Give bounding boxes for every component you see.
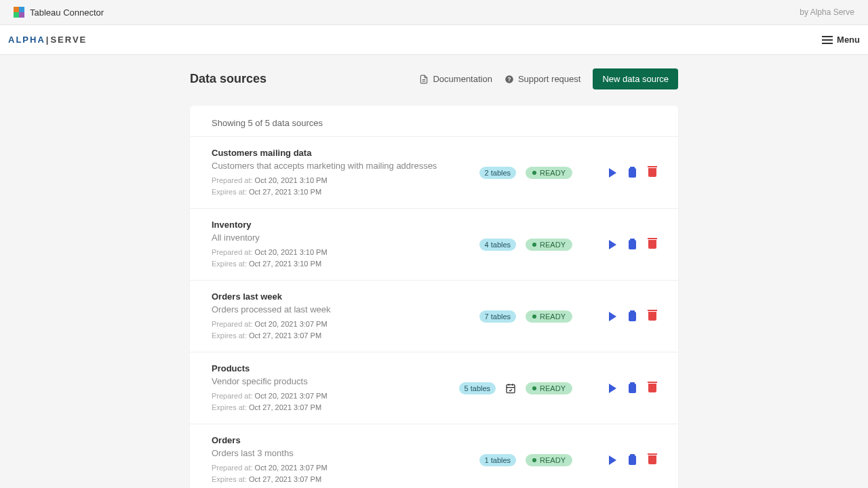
prepared-label: Prepared at:	[212, 392, 255, 400]
container: Data sources Documentation ? Support req…	[190, 55, 678, 488]
tables-badge: 7 tables	[479, 310, 517, 323]
item-description: Vendor specific products	[212, 376, 459, 386]
status-badge: READY	[526, 382, 572, 394]
item-info: OrdersOrders last 3 monthsPrepared at: O…	[212, 435, 479, 485]
prepared-value: Oct 20, 2021 3:07 PM	[255, 392, 328, 400]
item-info: ProductsVendor specific productsPrepared…	[212, 363, 459, 413]
item-meta: Prepared at: Oct 20, 2021 3:10 PMExpires…	[212, 175, 479, 197]
action-icons	[609, 168, 656, 178]
page-header: Data sources Documentation ? Support req…	[190, 68, 678, 89]
top-left: Tableau Connector	[14, 7, 104, 18]
item-right: 5 tablesREADY	[459, 382, 656, 394]
expires-value: Oct 27, 2021 3:07 PM	[249, 403, 321, 411]
copy-icon[interactable]	[629, 168, 636, 178]
expires-label: Expires at:	[212, 331, 249, 340]
status-badge: READY	[526, 239, 572, 251]
action-icons	[609, 240, 656, 249]
action-icons	[609, 312, 656, 321]
support-link[interactable]: ? Support request	[505, 74, 581, 84]
top-bar: Tableau Connector by Alpha Serve	[0, 0, 868, 25]
item-title: Customers mailing data	[212, 148, 479, 158]
expires-label: Expires at:	[212, 475, 249, 483]
run-icon[interactable]	[609, 240, 616, 249]
delete-icon[interactable]	[648, 240, 656, 249]
action-icons	[609, 384, 656, 393]
logo-serve: SERVE	[50, 35, 87, 45]
copy-icon[interactable]	[629, 455, 636, 465]
delete-icon[interactable]	[648, 168, 656, 177]
list-item: Orders last weekOrders processed at last…	[190, 281, 678, 352]
expires-label: Expires at:	[212, 188, 249, 196]
schedule-icon	[505, 383, 516, 394]
item-description: Customers that accepts marketing with ma…	[212, 161, 479, 171]
list-item: ProductsVendor specific productsPrepared…	[190, 352, 678, 424]
delete-icon[interactable]	[648, 384, 656, 392]
svg-rect-4	[507, 384, 515, 392]
documentation-link[interactable]: Documentation	[419, 74, 492, 84]
prepared-label: Prepared at:	[212, 176, 255, 184]
item-info: Customers mailing dataCustomers that acc…	[212, 148, 479, 197]
delete-icon[interactable]	[648, 455, 656, 464]
document-icon	[419, 75, 429, 84]
run-icon[interactable]	[609, 384, 616, 393]
action-icons	[609, 455, 656, 465]
help-icon: ?	[505, 75, 514, 84]
page-title: Data sources	[190, 72, 267, 86]
prepared-label: Prepared at:	[212, 248, 255, 256]
item-title: Orders	[212, 435, 479, 445]
item-right: 7 tablesREADY	[479, 310, 656, 323]
tables-badge: 1 tables	[479, 454, 517, 466]
status-badge: READY	[526, 310, 572, 323]
nav-bar: ALPHA | SERVE Menu	[0, 25, 868, 55]
logo-separator: |	[46, 35, 50, 45]
app-icon	[14, 7, 24, 18]
item-meta: Prepared at: Oct 20, 2021 3:07 PMExpires…	[212, 390, 459, 413]
run-icon[interactable]	[609, 312, 616, 321]
copy-icon[interactable]	[629, 240, 636, 249]
item-title: Products	[212, 363, 459, 373]
support-label: Support request	[518, 74, 581, 84]
prepared-value: Oct 20, 2021 3:10 PM	[255, 248, 328, 256]
expires-value: Oct 27, 2021 3:10 PM	[249, 188, 321, 196]
prepared-value: Oct 20, 2021 3:07 PM	[255, 464, 328, 472]
run-icon[interactable]	[609, 168, 616, 178]
delete-icon[interactable]	[648, 312, 656, 321]
item-title: Orders last week	[212, 291, 479, 302]
prepared-label: Prepared at:	[212, 464, 255, 472]
item-info: InventoryAll inventoryPrepared at: Oct 2…	[212, 220, 479, 269]
svg-text:?: ?	[507, 76, 511, 82]
menu-label: Menu	[837, 35, 860, 45]
expires-label: Expires at:	[212, 260, 249, 268]
menu-icon	[822, 36, 833, 44]
logo: ALPHA | SERVE	[8, 35, 87, 45]
item-meta: Prepared at: Oct 20, 2021 3:07 PMExpires…	[212, 462, 479, 485]
expires-label: Expires at:	[212, 403, 249, 411]
list-item: InventoryAll inventoryPrepared at: Oct 2…	[190, 209, 678, 281]
app-title: Tableau Connector	[30, 7, 104, 18]
prepared-label: Prepared at:	[212, 320, 255, 328]
copy-icon[interactable]	[629, 312, 636, 321]
status-badge: READY	[526, 454, 572, 466]
documentation-label: Documentation	[433, 74, 492, 84]
tables-badge: 5 tables	[459, 382, 496, 394]
tables-badge: 4 tables	[479, 239, 517, 251]
expires-value: Oct 27, 2021 3:07 PM	[249, 475, 321, 483]
item-right: 4 tablesREADY	[479, 239, 656, 251]
item-right: 2 tablesREADY	[479, 167, 656, 179]
item-right: 1 tablesREADY	[479, 454, 656, 466]
run-icon[interactable]	[609, 455, 616, 465]
attribution: by Alpha Serve	[800, 7, 854, 17]
tables-badge: 2 tables	[479, 167, 517, 179]
copy-icon[interactable]	[629, 384, 636, 393]
new-data-source-button[interactable]: New data source	[593, 68, 678, 89]
item-info: Orders last weekOrders processed at last…	[212, 291, 479, 341]
status-badge: READY	[526, 167, 572, 179]
list-item: OrdersOrders last 3 monthsPrepared at: O…	[190, 424, 678, 488]
item-description: All inventory	[212, 232, 479, 243]
item-title: Inventory	[212, 220, 479, 230]
item-meta: Prepared at: Oct 20, 2021 3:10 PMExpires…	[212, 247, 479, 269]
item-description: Orders processed at last week	[212, 304, 479, 314]
item-meta: Prepared at: Oct 20, 2021 3:07 PMExpires…	[212, 319, 479, 341]
prepared-value: Oct 20, 2021 3:10 PM	[255, 176, 328, 184]
menu-button[interactable]: Menu	[822, 35, 860, 45]
